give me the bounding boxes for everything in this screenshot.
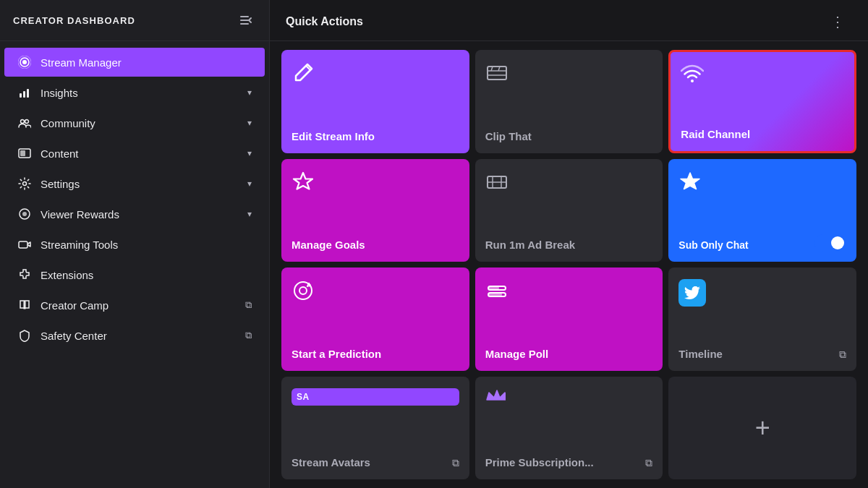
sub-only-chat-card[interactable]: Sub Only Chat xyxy=(668,159,856,262)
card-label: Manage Poll xyxy=(485,348,653,361)
star-filled-icon xyxy=(678,171,846,194)
sidebar-item-label: Viewer Rewards xyxy=(41,208,239,221)
stream-avatars-card[interactable]: SA Stream Avatars ⧉ xyxy=(281,377,469,480)
chevron-down-icon: ▾ xyxy=(247,148,252,158)
add-action-card[interactable]: + xyxy=(668,377,856,480)
svg-point-10 xyxy=(25,120,29,124)
sidebar-item-label: Streaming Tools xyxy=(41,239,252,251)
svg-point-26 xyxy=(294,282,312,299)
community-icon xyxy=(17,116,32,130)
card-label: Sub Only Chat xyxy=(678,239,748,252)
card-label: Edit Stream Info xyxy=(292,130,459,143)
external-link-icon: ⧉ xyxy=(452,457,459,469)
card-label: Start a Prediction xyxy=(292,348,459,361)
bar-chart-icon xyxy=(17,85,32,100)
chevron-down-icon: ▾ xyxy=(247,179,252,189)
sidebar-item-label: Insights xyxy=(41,87,239,99)
radio-icon xyxy=(17,55,32,69)
shield-icon xyxy=(17,328,32,343)
sidebar-nav: Stream Manager Insights ▾ xyxy=(0,41,269,356)
card-label: Timeline xyxy=(678,348,723,361)
edit-stream-info-card[interactable]: Edit Stream Info xyxy=(281,50,469,153)
svg-rect-0 xyxy=(240,16,249,17)
sidebar-item-insights[interactable]: Insights ▾ xyxy=(4,78,265,107)
sidebar-item-extensions[interactable]: Extensions xyxy=(4,260,265,289)
external-link-icon: ⧉ xyxy=(839,348,846,361)
raid-channel-card[interactable]: Raid Channel xyxy=(668,50,856,153)
sidebar-item-streaming-tools[interactable]: Streaming Tools xyxy=(4,230,265,259)
sidebar-item-viewer-rewards[interactable]: Viewer Rewards ▾ xyxy=(4,200,265,228)
wifi-icon xyxy=(681,64,844,87)
svg-rect-17 xyxy=(488,67,506,80)
chevron-down-icon: ▾ xyxy=(247,87,252,98)
sidebar: CREATOR DASHBOARD Stream Manager xyxy=(0,0,270,488)
svg-rect-1 xyxy=(240,20,249,21)
sidebar-item-label: Safety Center xyxy=(41,330,237,342)
svg-point-13 xyxy=(23,182,27,186)
puzzle-icon xyxy=(17,267,32,282)
book-icon xyxy=(17,298,32,312)
card-label: Clip That xyxy=(485,130,653,143)
chevron-down-icon: ▾ xyxy=(247,118,252,128)
prime-crown-icon xyxy=(485,388,653,403)
film-icon xyxy=(485,61,653,85)
rewards-icon xyxy=(17,207,32,221)
quick-actions-title: Quick Actions xyxy=(286,15,363,28)
quick-actions-grid: Edit Stream Info Clip That xyxy=(270,41,868,488)
sidebar-item-stream-manager[interactable]: Stream Manager xyxy=(4,48,265,77)
camera-icon xyxy=(17,237,32,252)
sidebar-item-label: Content xyxy=(41,147,239,160)
main-header: Quick Actions ⋮ xyxy=(270,0,868,41)
plus-icon: + xyxy=(755,413,770,443)
prime-subscription-card[interactable]: Prime Subscription... ⧉ xyxy=(475,377,663,480)
external-link-icon: ⧉ xyxy=(245,330,252,341)
more-options-button[interactable]: ⋮ xyxy=(825,10,852,33)
sidebar-item-safety-center[interactable]: Safety Center ⧉ xyxy=(4,321,265,350)
card-label: Prime Subscription... xyxy=(485,456,594,469)
svg-rect-30 xyxy=(488,293,502,296)
sa-badge: SA xyxy=(292,388,459,406)
content-icon xyxy=(17,146,32,160)
sidebar-item-label: Settings xyxy=(41,178,239,190)
sidebar-item-label: Stream Manager xyxy=(41,56,252,69)
sidebar-item-content[interactable]: Content ▾ xyxy=(4,139,265,168)
svg-rect-8 xyxy=(27,89,29,98)
sub-only-toggle[interactable] xyxy=(814,234,846,252)
pencil-icon xyxy=(292,61,459,85)
external-link-icon: ⧉ xyxy=(645,457,652,469)
card-label: Raid Channel xyxy=(681,128,844,141)
prediction-icon xyxy=(292,279,459,302)
card-label: Run 1m Ad Break xyxy=(485,239,653,252)
sidebar-title: CREATOR DASHBOARD xyxy=(13,15,135,26)
svg-rect-16 xyxy=(19,241,27,248)
external-link-icon: ⧉ xyxy=(245,299,252,311)
svg-rect-6 xyxy=(20,93,22,98)
timeline-card[interactable]: Timeline ⧉ xyxy=(668,267,856,371)
svg-rect-7 xyxy=(23,91,25,98)
svg-point-9 xyxy=(21,120,25,124)
sidebar-item-label: Creator Camp xyxy=(41,299,237,312)
run-ad-break-card[interactable]: Run 1m Ad Break xyxy=(475,159,663,262)
manage-poll-card[interactable]: Manage Poll xyxy=(475,267,663,371)
sidebar-item-settings[interactable]: Settings ▾ xyxy=(4,169,265,198)
sidebar-item-label: Extensions xyxy=(41,269,252,281)
sidebar-item-creator-camp[interactable]: Creator Camp ⧉ xyxy=(4,291,265,320)
card-label: Stream Avatars xyxy=(292,456,370,469)
twitter-icon xyxy=(678,279,706,307)
star-outline-icon xyxy=(292,171,459,194)
manage-goals-card[interactable]: Manage Goals xyxy=(281,159,469,262)
svg-rect-29 xyxy=(488,286,499,290)
chevron-down-icon: ▾ xyxy=(247,209,252,219)
card-label: Manage Goals xyxy=(292,239,459,252)
sidebar-item-label: Community xyxy=(41,117,239,129)
start-prediction-card[interactable]: Start a Prediction xyxy=(281,267,469,371)
sidebar-collapse-button[interactable] xyxy=(236,10,256,30)
svg-rect-2 xyxy=(240,23,249,25)
sidebar-header: CREATOR DASHBOARD xyxy=(0,0,269,41)
ad-icon xyxy=(485,171,653,194)
sidebar-item-community[interactable]: Community ▾ xyxy=(4,108,265,137)
main-content: Quick Actions ⋮ Edit Stream Info xyxy=(270,0,868,488)
svg-point-3 xyxy=(22,60,27,64)
clip-that-card[interactable]: Clip That xyxy=(475,50,663,153)
poll-icon xyxy=(485,279,653,302)
